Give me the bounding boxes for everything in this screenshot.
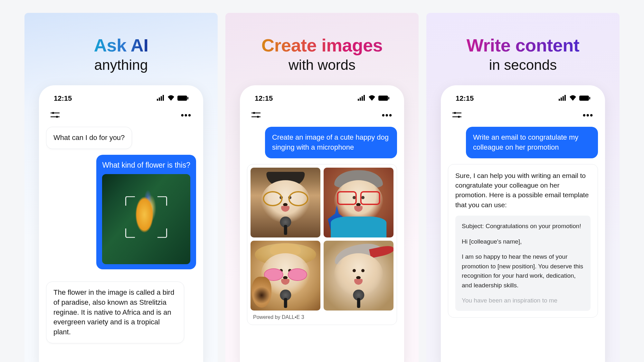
- headline-bottom: with words: [261, 57, 383, 73]
- status-bar: 12:15: [448, 94, 598, 107]
- email-template: Subject: Congratulations on your promoti…: [455, 216, 591, 311]
- phone-frame: 12:15 ••• What can I do for you? What ki…: [39, 85, 203, 362]
- ai-message: What can I do for you?: [46, 127, 132, 149]
- headline-top: Ask AI: [94, 35, 148, 56]
- email-faded-line: You have been an inspiration to me: [462, 296, 584, 305]
- svg-point-9: [56, 116, 58, 118]
- svg-rect-21: [561, 97, 562, 101]
- menu-icon[interactable]: [452, 112, 461, 119]
- svg-rect-24: [579, 96, 589, 101]
- battery-icon: [177, 94, 188, 103]
- user-message-with-image: What kind of flower is this?: [96, 155, 196, 269]
- generated-image-3[interactable]: [251, 241, 320, 311]
- generated-image-1[interactable]: [251, 168, 320, 237]
- status-time: 12:15: [456, 94, 474, 103]
- svg-rect-15: [388, 97, 389, 99]
- image-grid: [251, 168, 393, 311]
- phone-frame: 12:15 ••• Write an email to congratulate…: [441, 85, 605, 362]
- generated-image-4[interactable]: [324, 241, 393, 311]
- chat-area: Create an image of a cute happy dog sing…: [247, 127, 397, 362]
- svg-rect-13: [364, 95, 365, 101]
- battery-icon: [579, 94, 590, 103]
- svg-rect-14: [378, 96, 388, 101]
- svg-point-19: [257, 116, 259, 118]
- email-body: I am so happy to hear the news of your p…: [462, 252, 584, 290]
- status-time: 12:15: [255, 94, 273, 103]
- ai-email-response: Sure, I can help you with writing an ema…: [448, 164, 598, 318]
- menu-icon[interactable]: [51, 112, 60, 119]
- headline: Create images with words: [261, 13, 383, 85]
- status-icons: [157, 94, 188, 103]
- svg-rect-12: [362, 96, 363, 101]
- svg-rect-22: [563, 96, 564, 101]
- wifi-icon: [368, 94, 376, 103]
- svg-rect-2: [161, 96, 162, 101]
- panel-create-images: Create images with words 12:15 ••• Creat…: [225, 13, 419, 362]
- more-icon[interactable]: •••: [583, 110, 593, 120]
- generated-image-2[interactable]: [324, 168, 393, 237]
- signal-icon: [157, 94, 165, 103]
- svg-rect-1: [159, 97, 160, 101]
- svg-point-29: [458, 116, 460, 118]
- more-icon[interactable]: •••: [181, 110, 192, 120]
- more-icon[interactable]: •••: [382, 110, 393, 120]
- svg-rect-20: [559, 99, 560, 101]
- headline-top: Create images: [261, 35, 383, 56]
- ai-intro-text: Sure, I can help you with writing an ema…: [455, 171, 591, 210]
- svg-rect-0: [157, 99, 158, 101]
- app-header: •••: [247, 107, 397, 127]
- svg-point-28: [454, 112, 456, 114]
- headline-top: Write content: [467, 35, 579, 56]
- panel-write-content: Write content in seconds 12:15 ••• Write…: [426, 13, 620, 362]
- svg-point-8: [52, 112, 54, 114]
- chat-area: What can I do for you? What kind of flow…: [46, 127, 196, 362]
- svg-rect-11: [360, 97, 361, 101]
- panel-ask-ai: Ask AI anything 12:15 ••• What can I do …: [24, 13, 218, 362]
- menu-icon[interactable]: [251, 112, 260, 119]
- user-question-text: What kind of flower is this?: [102, 160, 190, 170]
- headline: Write content in seconds: [467, 13, 579, 85]
- user-write-prompt: Write an email to congratulate my collea…: [466, 127, 598, 158]
- app-header: •••: [46, 107, 196, 127]
- email-subject: Subject: Congratulations on your promoti…: [462, 221, 584, 231]
- status-time: 12:15: [54, 94, 72, 103]
- email-greeting: Hi [colleague's name],: [462, 237, 584, 246]
- chat-area: Write an email to congratulate my collea…: [448, 127, 598, 362]
- battery-icon: [378, 94, 389, 103]
- headline-bottom: anything: [94, 57, 148, 73]
- wifi-icon: [569, 94, 577, 103]
- status-icons: [358, 94, 389, 103]
- phone-frame: 12:15 ••• Create an image of a cute happ…: [240, 85, 404, 362]
- app-header: •••: [448, 107, 598, 127]
- svg-point-18: [253, 112, 255, 114]
- generated-images-card: Powered by DALL•E 3: [247, 164, 397, 325]
- signal-icon: [559, 94, 566, 103]
- svg-rect-10: [358, 99, 359, 101]
- svg-rect-4: [177, 96, 187, 101]
- status-icons: [559, 94, 590, 103]
- headline-bottom: in seconds: [467, 57, 579, 73]
- status-bar: 12:15: [46, 94, 196, 107]
- signal-icon: [358, 94, 365, 103]
- viewfinder-overlay: [125, 196, 167, 238]
- svg-rect-3: [163, 95, 164, 101]
- svg-rect-23: [564, 95, 566, 101]
- headline: Ask AI anything: [94, 13, 148, 85]
- user-image-prompt: Create an image of a cute happy dog sing…: [265, 127, 397, 158]
- powered-by-label: Powered by DALL•E 3: [251, 311, 393, 321]
- attached-flower-image[interactable]: [102, 174, 190, 264]
- svg-rect-25: [589, 97, 590, 99]
- status-bar: 12:15: [247, 94, 397, 107]
- wifi-icon: [167, 94, 175, 103]
- svg-rect-5: [187, 97, 188, 99]
- ai-answer: The flower in the image is called a bird…: [46, 282, 184, 343]
